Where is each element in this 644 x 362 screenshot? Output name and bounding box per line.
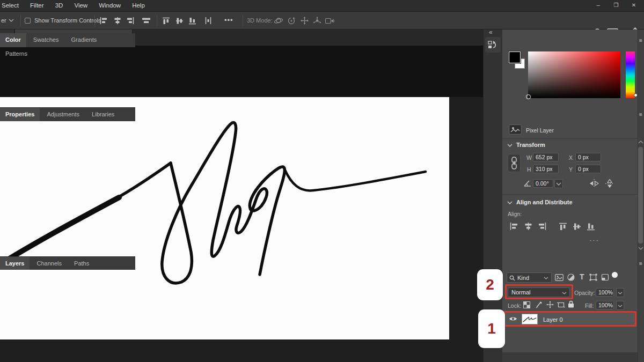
height-label: H: [527, 166, 531, 173]
3d-rotate-icon[interactable]: [287, 17, 296, 25]
rotation-field[interactable]: 0.00°: [533, 179, 553, 188]
align-horizontal-centers-icon[interactable]: [114, 17, 121, 24]
menu-filter[interactable]: Filter: [25, 0, 49, 9]
close-button[interactable]: ✕: [626, 1, 642, 8]
tab-paths[interactable]: Paths: [69, 257, 94, 270]
menu-window[interactable]: Window: [94, 0, 126, 9]
tab-swatches[interactable]: Swatches: [28, 33, 64, 47]
align-right-edges-icon[interactable]: [538, 223, 546, 230]
tab-layers[interactable]: Layers: [0, 257, 30, 270]
tab-libraries[interactable]: Libraries: [86, 108, 120, 121]
hue-slider[interactable]: [626, 51, 635, 98]
3d-camera-icon[interactable]: [325, 18, 335, 24]
lock-all-icon[interactable]: [568, 300, 574, 308]
annotation-box-blend-mode: [505, 284, 573, 299]
transform-section-title[interactable]: Transform: [516, 142, 545, 148]
filter-smart-objects-icon[interactable]: [601, 274, 609, 281]
tab-properties[interactable]: Properties: [0, 108, 40, 121]
distribute-horizontal-icon[interactable]: [142, 18, 151, 24]
fill-field[interactable]: 100%: [596, 301, 614, 309]
history-panel-icon[interactable]: [485, 37, 501, 53]
align-vertical-centers-icon[interactable]: [176, 17, 183, 25]
collapse-panels-icon[interactable]: «: [489, 28, 493, 36]
align-top-edges-icon[interactable]: [559, 223, 567, 231]
align-top-edges-icon[interactable]: [163, 17, 170, 25]
3d-pan-icon[interactable]: [301, 17, 309, 25]
lock-image-pixels-icon[interactable]: [536, 301, 543, 308]
lock-label: Lock:: [508, 302, 521, 309]
signature-image: [0, 97, 449, 339]
properties-panel-menu-icon[interactable]: ≡: [638, 112, 644, 117]
properties-panel-tabs: Properties Adjustments Libraries: [0, 107, 135, 121]
tab-color[interactable]: Color: [0, 33, 26, 47]
filter-pixel-layers-icon[interactable]: [555, 274, 564, 281]
image-canvas[interactable]: [0, 97, 449, 339]
align-bottom-edges-icon[interactable]: [587, 223, 595, 231]
minimize-button[interactable]: –: [590, 0, 606, 8]
menu-select[interactable]: Select: [0, 0, 24, 9]
show-transform-checkbox[interactable]: [25, 18, 31, 24]
window-controls: – ❐ ✕: [590, 0, 642, 12]
distribute-centers-icon[interactable]: [205, 17, 211, 24]
width-label: W: [526, 154, 532, 161]
lock-artboard-icon[interactable]: [557, 301, 565, 308]
rotation-dropdown[interactable]: [554, 179, 563, 188]
align-label: Align:: [508, 211, 522, 217]
opacity-field[interactable]: 100%: [596, 288, 614, 297]
align-right-edges-icon[interactable]: [127, 17, 134, 24]
align-left-edges-icon[interactable]: [510, 223, 518, 230]
color-panel-menu-icon[interactable]: ≡: [638, 38, 644, 43]
flip-vertical-icon[interactable]: [605, 179, 614, 188]
layers-panel-menu-icon[interactable]: ≡: [638, 261, 644, 267]
filter-shape-layers-icon[interactable]: [589, 274, 597, 281]
width-field[interactable]: 652 px: [533, 153, 559, 161]
menu-3d[interactable]: 3D: [50, 0, 68, 9]
align-horizontal-centers-icon[interactable]: [524, 223, 532, 230]
chevron-down-icon[interactable]: [9, 19, 14, 22]
scrollbar-thumb[interactable]: [638, 147, 643, 243]
tab-patterns[interactable]: Patterns: [0, 47, 33, 61]
lock-position-icon[interactable]: [546, 301, 554, 308]
scrollbar-up-arrow[interactable]: [638, 141, 643, 144]
layer-filter-toggle[interactable]: [612, 272, 618, 278]
3d-orbit-icon[interactable]: [274, 17, 284, 25]
3d-slide-icon[interactable]: [313, 17, 321, 25]
height-field[interactable]: 310 px: [533, 165, 559, 173]
canvas-area: [0, 46, 483, 362]
filter-adjustment-layers-icon[interactable]: [567, 274, 575, 281]
tab-adjustments[interactable]: Adjustments: [41, 108, 85, 121]
foreground-color-swatch[interactable]: [509, 51, 521, 63]
align-more-button[interactable]: ···: [589, 236, 599, 244]
menu-view[interactable]: View: [69, 0, 92, 9]
x-field[interactable]: 0 px: [575, 153, 601, 161]
fill-scrubber[interactable]: [616, 301, 624, 310]
color-field-handle[interactable]: [526, 94, 531, 99]
more-options-button[interactable]: •••: [224, 16, 233, 24]
auto-select-dropdown[interactable]: er: [1, 17, 6, 24]
lock-transparent-pixels-icon[interactable]: [523, 301, 530, 308]
align-left-edges-icon[interactable]: [100, 17, 107, 24]
tab-gradients[interactable]: Gradients: [66, 33, 103, 47]
annotation-box-layer-row: [503, 311, 636, 327]
scrollbar-down-arrow[interactable]: [638, 247, 643, 250]
rotation-angle-icon: [524, 180, 531, 187]
link-dimensions-icon[interactable]: [508, 154, 521, 172]
align-bottom-edges-icon[interactable]: [189, 17, 196, 25]
hue-slider-handle[interactable]: [634, 93, 638, 97]
tab-channels[interactable]: Channels: [32, 257, 67, 270]
layer-filter-kind-dropdown[interactable]: Kind: [507, 272, 552, 283]
options-bar: er Show Transform Controls: [0, 12, 644, 29]
opacity-scrubber[interactable]: [616, 288, 624, 297]
align-vertical-centers-icon[interactable]: [573, 223, 581, 231]
x-label: X: [569, 154, 573, 161]
y-field[interactable]: 0 px: [575, 165, 601, 173]
filter-type-layers-icon[interactable]: T: [580, 272, 584, 281]
chevron-down-icon[interactable]: [507, 201, 513, 204]
color-saturation-field[interactable]: [528, 51, 620, 98]
menu-help[interactable]: Help: [127, 0, 150, 9]
chevron-down-icon[interactable]: [507, 144, 513, 147]
flip-horizontal-icon[interactable]: [589, 179, 599, 188]
restore-button[interactable]: ❐: [608, 1, 624, 8]
align-section-title[interactable]: Align and Distribute: [516, 199, 573, 205]
photoshop-window: Select Filter 3D View Window Help – ❐ ✕ …: [0, 0, 644, 362]
